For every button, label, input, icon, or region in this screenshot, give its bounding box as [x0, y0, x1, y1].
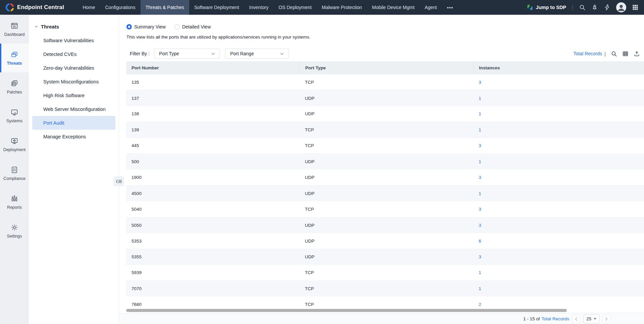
instances-link[interactable]: 1 — [479, 159, 481, 164]
view-description: This view lists all the ports that are u… — [126, 35, 644, 40]
instances-link[interactable]: 3 — [479, 254, 481, 259]
sidebar-item-systems[interactable]: Systems — [0, 101, 29, 130]
sidebar-item-dashboard[interactable]: Dashboard — [0, 15, 29, 44]
instances-link[interactable]: 2 — [479, 302, 481, 307]
nav-item-software-deployment[interactable]: Software Deployment — [189, 0, 244, 15]
total-records-link[interactable]: Total Records — [574, 51, 602, 56]
nav-item-configurations[interactable]: Configurations — [100, 0, 141, 15]
jump-to-sdp-button[interactable]: Jump to SDP — [527, 4, 566, 11]
sidebar-item-threats[interactable]: Threats — [0, 44, 29, 72]
subnav-item-port-audit[interactable]: Port Audit — [32, 116, 115, 130]
port-number-cell: 135 — [126, 80, 300, 85]
nav-item-mobile-device-mgmt[interactable]: Mobile Device Mgmt — [367, 0, 420, 15]
port-type-cell: TCP — [300, 80, 473, 85]
summary-view-label: Summary View — [134, 24, 166, 29]
nav-item-malware-protection[interactable]: Malware Protection — [317, 0, 367, 15]
nav-item-os-deployment[interactable]: OS Deployment — [273, 0, 317, 15]
dashboard-icon — [10, 22, 18, 30]
instances-link[interactable]: 3 — [479, 207, 481, 212]
lightning-icon[interactable] — [604, 4, 610, 11]
port-type-cell: UDP — [300, 254, 473, 259]
radio-selected-icon — [126, 24, 132, 29]
nav-item-agent[interactable]: Agent — [420, 0, 442, 15]
instances-link[interactable]: 3 — [479, 175, 481, 180]
sidebar-item-settings[interactable]: Settings — [0, 216, 29, 245]
nav-item-home[interactable]: Home — [77, 0, 100, 15]
export-icon[interactable] — [634, 51, 640, 57]
view-toggle: Summary View Detailed View — [126, 23, 644, 30]
instances-link[interactable]: 1 — [479, 111, 481, 116]
instances-link[interactable]: 6 — [479, 239, 481, 244]
pagination-total-records-link[interactable]: Total Records — [541, 316, 569, 321]
subnav-item-high-risk-software[interactable]: High Risk Software — [32, 88, 115, 102]
summary-view-radio[interactable]: Summary View — [126, 24, 166, 29]
subnav-title[interactable]: Threats — [29, 22, 119, 31]
collapse-sidebar-button[interactable] — [113, 176, 124, 186]
port-type-cell: UDP — [300, 175, 473, 180]
sidebar-item-label: Deployment — [3, 147, 26, 152]
nav-item-inventory[interactable]: Inventory — [244, 0, 274, 15]
instances-cell: 2 — [473, 302, 644, 307]
port-number-cell: 445 — [126, 143, 300, 148]
subnav-item-detected-cves[interactable]: Detected CVEs — [32, 47, 115, 61]
instances-cell: 1 — [473, 159, 644, 164]
previous-page-button[interactable] — [572, 315, 580, 323]
column-header-port-type[interactable]: Port Type — [300, 61, 473, 74]
port-type-cell: TCP — [300, 207, 473, 212]
brand-name: Endpoint Central — [17, 4, 64, 11]
chevron-down-icon — [279, 51, 284, 56]
sidebar-item-patches[interactable]: Patches — [0, 72, 29, 101]
nav-item-threats-patches[interactable]: Threats & Patches — [141, 0, 189, 15]
instances-link[interactable]: 3 — [479, 223, 481, 228]
compliance-icon — [10, 166, 18, 174]
sidebar-item-label: Settings — [7, 234, 22, 239]
sidebar-item-compliance[interactable]: Compliance — [0, 159, 29, 188]
avatar[interactable] — [616, 2, 626, 12]
subnav-item-system-misconfigurations[interactable]: System Misconfigurations — [32, 75, 115, 88]
port-number-cell: 500 — [126, 159, 300, 164]
sidebar-item-label: Systems — [6, 119, 22, 123]
subnav-item-web-server-misconfiguration[interactable]: Web Server Misconfiguration — [32, 102, 115, 116]
apps-grid-icon[interactable] — [632, 4, 639, 11]
chevron-right-icon — [604, 317, 608, 321]
subnav-item-zero-day-vulnerabilities[interactable]: Zero-day Vulnerabilities — [32, 61, 115, 75]
instances-link[interactable]: 1 — [479, 191, 481, 196]
ports-table: Port NumberPort TypeInstances 135TCP3137… — [126, 61, 644, 313]
instances-link[interactable]: 1 — [479, 96, 481, 101]
patches-icon — [10, 79, 18, 87]
port-number-cell: 139 — [126, 127, 300, 132]
instances-cell: 3 — [473, 80, 644, 85]
instances-link[interactable]: 1 — [479, 286, 481, 291]
search-icon[interactable] — [579, 4, 586, 11]
instances-cell: 1 — [473, 96, 644, 101]
horizontal-scrollbar[interactable] — [126, 309, 567, 312]
sidebar-item-reports[interactable]: Reports — [0, 188, 29, 216]
page-size-dropdown[interactable]: 25 — [583, 315, 599, 323]
instances-link[interactable]: 1 — [479, 127, 481, 132]
brand[interactable]: Endpoint Central — [0, 0, 77, 15]
port-type-cell: UDP — [300, 111, 473, 116]
threats-icon — [10, 51, 18, 59]
column-header-instances[interactable]: Instances — [473, 61, 644, 74]
instances-link[interactable]: 3 — [479, 80, 481, 85]
primary-nav: HomeConfigurationsThreats & PatchesSoftw… — [77, 0, 458, 15]
column-header-port-number[interactable]: Port Number — [126, 61, 300, 74]
sidebar-item-deployment[interactable]: Deployment — [0, 130, 29, 159]
port-range-dropdown[interactable]: Port Range — [225, 49, 289, 59]
port-number-cell: 7070 — [126, 286, 300, 291]
rocket-icon[interactable] — [591, 4, 598, 11]
subnav-item-manage-exceptions[interactable]: Manage Exceptions — [32, 130, 115, 143]
instances-link[interactable]: 1 — [479, 270, 481, 275]
tools-separator: | — [604, 51, 606, 57]
instances-link[interactable]: 3 — [479, 143, 481, 148]
port-type-cell: UDP — [300, 159, 473, 164]
subnav-item-software-vulnerabilities[interactable]: Software Vulnerabilities — [32, 34, 115, 47]
port-type-cell: UDP — [300, 191, 473, 196]
next-page-button[interactable] — [602, 315, 610, 323]
table-view-icon[interactable] — [622, 51, 629, 57]
table-tools: Total Records | — [574, 51, 640, 57]
port-type-dropdown[interactable]: Port Type — [154, 49, 220, 59]
detailed-view-radio[interactable]: Detailed View — [174, 24, 211, 29]
nav-item-more[interactable]: ••• — [442, 0, 458, 15]
search-icon[interactable] — [611, 51, 617, 57]
